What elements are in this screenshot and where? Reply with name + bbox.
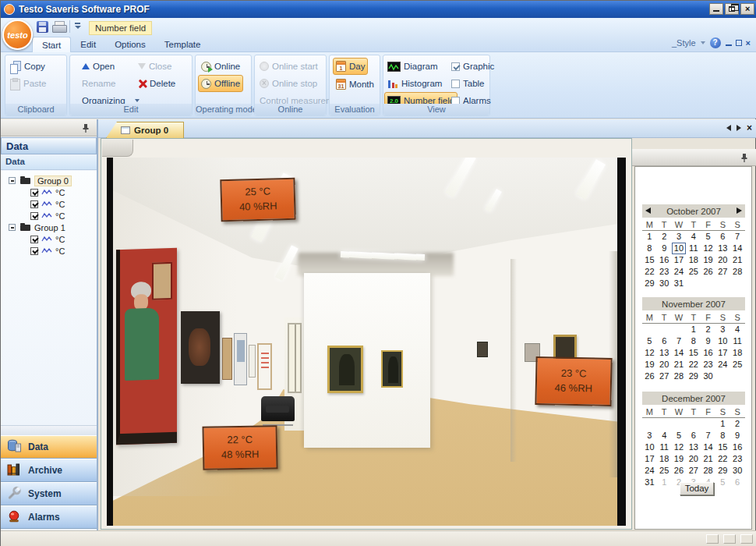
calendar-day[interactable]: 10 <box>715 335 730 347</box>
tree-channel-row[interactable]: °C <box>1 245 97 257</box>
calendar-day[interactable]: 10 <box>642 441 657 453</box>
calendar-day[interactable]: 7 <box>701 430 715 441</box>
calendar-day[interactable]: 11 <box>686 243 701 254</box>
calendar-day[interactable]: 8 <box>715 430 730 441</box>
calendar-day[interactable]: 25 <box>686 266 701 278</box>
tree-group-label[interactable]: Group 0 <box>34 176 72 186</box>
calendar-day[interactable]: 3 <box>715 324 730 335</box>
tree-group-row[interactable]: Group 0 <box>1 175 97 186</box>
collapse-icon[interactable] <box>9 224 16 231</box>
calendar-day[interactable]: 16 <box>730 441 745 453</box>
calendar-day[interactable]: 18 <box>730 347 745 359</box>
calendar-day[interactable]: 1 <box>715 418 730 430</box>
calendar-day[interactable]: 11 <box>730 335 745 347</box>
calendar-day[interactable]: 22 <box>686 359 701 370</box>
calendar-day[interactable]: 30 <box>701 370 715 382</box>
calendar-day[interactable]: 2 <box>657 231 672 243</box>
calendar-day[interactable]: 28 <box>701 465 715 477</box>
testo-logo[interactable]: testo <box>2 20 33 50</box>
tab-group0[interactable]: Group 0 <box>106 122 184 138</box>
tab-edit[interactable]: Edit <box>71 37 105 52</box>
calendar-day[interactable]: 7 <box>730 231 745 243</box>
calendar-day[interactable]: 2 <box>701 324 715 335</box>
channel-checkbox[interactable] <box>30 247 38 255</box>
calendar-day[interactable]: 5 <box>701 231 715 243</box>
calendar-day[interactable]: 15 <box>642 254 657 266</box>
day-button[interactable]: 1 Day <box>333 58 368 75</box>
tab-start[interactable]: Start <box>32 37 71 52</box>
restore-button[interactable] <box>725 3 739 15</box>
tree-group-label[interactable]: Group 1 <box>34 223 65 232</box>
calendar-day[interactable]: 23 <box>730 453 745 465</box>
splitter-handle[interactable] <box>1 425 97 435</box>
calendar-day[interactable]: 21 <box>672 359 687 370</box>
close-button[interactable]: × <box>740 3 754 15</box>
calendar-day[interactable]: 27 <box>657 370 672 382</box>
mdi-minimize-icon[interactable] <box>726 40 732 46</box>
calendar-day[interactable]: 15 <box>686 347 701 359</box>
calendar-day[interactable]: 23 <box>701 359 715 370</box>
calendar-day[interactable]: 25 <box>730 359 745 370</box>
calendar-day[interactable]: 4 <box>686 231 701 243</box>
calendar-day[interactable]: 17 <box>642 453 657 465</box>
calendar-day[interactable]: 20 <box>686 453 701 465</box>
today-button[interactable]: Today <box>680 482 714 495</box>
calendar-day[interactable]: 27 <box>715 266 730 278</box>
chevron-down-icon[interactable] <box>701 41 705 44</box>
calendar-day[interactable]: 19 <box>642 359 657 370</box>
calendar-day[interactable]: 2 <box>730 418 745 430</box>
calendar-day[interactable]: 17 <box>672 254 687 266</box>
calendar-day[interactable]: 29 <box>715 465 730 477</box>
calendar-day[interactable]: 18 <box>686 254 701 266</box>
next-month-icon[interactable] <box>737 207 742 214</box>
calendar-day[interactable]: 3 <box>642 430 657 441</box>
calendar-day[interactable]: 3 <box>672 231 687 243</box>
calendar-day[interactable]: 9 <box>701 335 715 347</box>
calendar-day[interactable]: 31 <box>672 278 687 289</box>
calendar-day[interactable]: 23 <box>657 266 672 278</box>
calendar-day[interactable]: 5 <box>715 477 730 488</box>
calendar-day[interactable]: 17 <box>715 347 730 359</box>
tree-channel-row[interactable]: °C <box>1 198 97 210</box>
calendar-day[interactable]: 6 <box>657 335 672 347</box>
calendar-day[interactable]: 16 <box>657 254 672 266</box>
calendar-day[interactable]: 20 <box>715 254 730 266</box>
tab-template[interactable]: Template <box>155 37 210 52</box>
calendar-day[interactable]: 29 <box>642 278 657 289</box>
calendar-day[interactable]: 24 <box>715 359 730 370</box>
calendar-day[interactable]: 19 <box>701 254 715 266</box>
calendar-day[interactable]: 12 <box>701 243 715 254</box>
calendar-day[interactable]: 22 <box>715 453 730 465</box>
mdi-close-icon[interactable]: × <box>746 39 751 47</box>
calendar-day[interactable]: 21 <box>701 453 715 465</box>
channel-checkbox[interactable] <box>30 212 38 220</box>
calendar-day[interactable]: 24 <box>672 266 687 278</box>
calendar-day[interactable]: 20 <box>657 359 672 370</box>
calendar-day[interactable]: 22 <box>642 266 657 278</box>
calendar-day[interactable]: 29 <box>686 370 701 382</box>
calendar-day[interactable]: 9 <box>657 243 672 254</box>
calendar-day[interactable]: 1 <box>686 324 701 335</box>
minimize-button[interactable] <box>709 3 723 15</box>
calendar-day[interactable]: 19 <box>672 453 687 465</box>
pin-icon[interactable] <box>740 152 749 166</box>
tree-group-row[interactable]: Group 1 <box>1 222 97 233</box>
calendar-day[interactable]: 4 <box>657 430 672 441</box>
measurement-overlay[interactable]: 22 °C48 %RH <box>203 425 278 470</box>
nav-right-icon[interactable] <box>737 125 741 131</box>
sidebar-item-archive[interactable]: Archive <box>1 459 97 482</box>
calendar-day[interactable]: 14 <box>730 243 745 254</box>
calendar-day[interactable]: 26 <box>642 370 657 382</box>
channel-checkbox[interactable] <box>30 189 38 197</box>
tree-channel-row[interactable]: °C <box>1 186 97 198</box>
month-button[interactable]: 31 Month <box>334 76 376 92</box>
sidebar-item-alarms[interactable]: Alarms <box>1 505 97 529</box>
sidebar-item-system[interactable]: System <box>1 482 97 505</box>
calendar-day[interactable]: 1 <box>642 231 657 243</box>
copy-button[interactable]: Copy <box>7 58 48 74</box>
calendar-day[interactable]: 14 <box>701 441 715 453</box>
delete-button[interactable]: Delete <box>136 76 178 91</box>
collapse-icon[interactable] <box>9 177 16 184</box>
calendar-day[interactable]: 18 <box>657 453 672 465</box>
calendar-day[interactable]: 4 <box>730 324 745 335</box>
